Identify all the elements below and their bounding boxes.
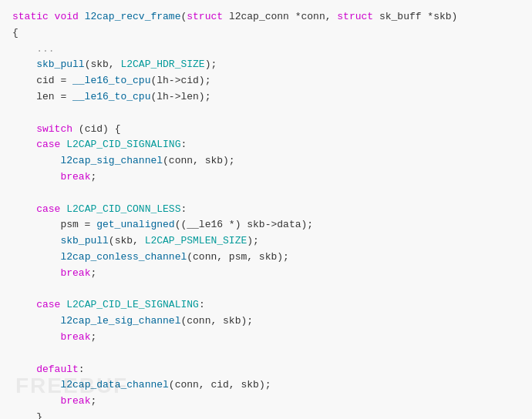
code-line: [12, 106, 520, 122]
code-line: l2cap_conless_channel(conn, psm, skb);: [12, 250, 520, 266]
code-line: break;: [12, 330, 520, 346]
code-line: default:: [12, 362, 520, 378]
code-line: cid = __le16_to_cpu(lh->cid);: [12, 73, 520, 89]
code-line: ...: [12, 42, 520, 58]
code-line: skb_pull(skb, L2CAP_HDR_SIZE);: [12, 57, 520, 73]
code-line: case L2CAP_CID_CONN_LESS:: [12, 202, 520, 218]
code-line: case L2CAP_CID_SIGNALING:: [12, 137, 520, 153]
code-line: static void l2cap_recv_frame(struct l2ca…: [12, 9, 520, 25]
code-line: [12, 282, 520, 298]
code-line: psm = get_unaligned((__le16 *) skb->data…: [12, 217, 520, 233]
code-line: break;: [12, 266, 520, 282]
code-line: switch (cid) {: [12, 122, 520, 138]
code-line: break;: [12, 394, 520, 410]
code-block: static void l2cap_recv_frame(struct l2ca…: [0, 0, 532, 419]
code-line: {: [12, 25, 520, 42]
code-line: }: [12, 410, 520, 419]
code-line: [12, 346, 520, 362]
code-line: l2cap_data_channel(conn, cid, skb);: [12, 377, 520, 394]
code-line: l2cap_le_sig_channel(conn, skb);: [12, 313, 520, 330]
code-line: skb_pull(skb, L2CAP_PSMLEN_SIZE);: [12, 233, 520, 250]
code-line: l2cap_sig_channel(conn, skb);: [12, 153, 520, 169]
code-line: case L2CAP_CID_LE_SIGNALING:: [12, 297, 520, 313]
code-line: [12, 186, 520, 202]
code-line: break;: [12, 169, 520, 186]
code-line: len = __le16_to_cpu(lh->len);: [12, 89, 520, 106]
